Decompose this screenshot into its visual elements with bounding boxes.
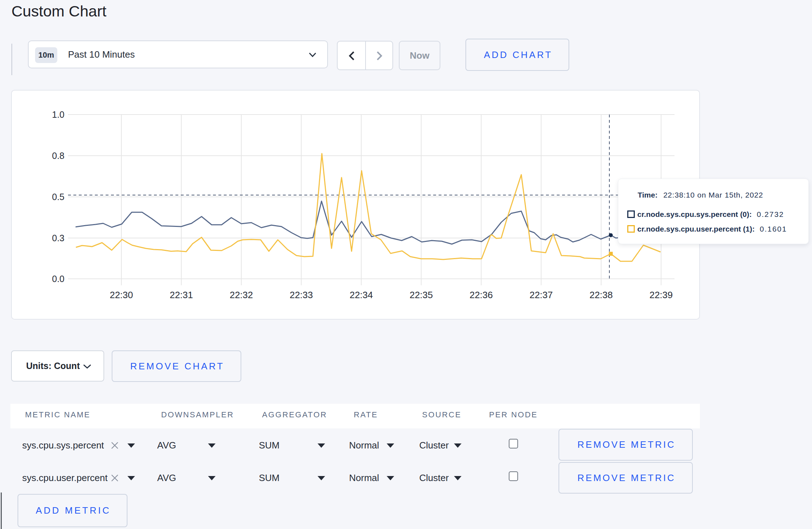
svg-text:0.0: 0.0	[52, 274, 64, 284]
svg-text:22:39: 22:39	[649, 290, 673, 300]
svg-text:0.5: 0.5	[52, 192, 64, 202]
svg-text:22:33: 22:33	[290, 290, 313, 300]
svg-text:0.8: 0.8	[52, 151, 64, 161]
svg-text:22:32: 22:32	[229, 290, 253, 300]
svg-text:0.3: 0.3	[52, 233, 64, 243]
svg-text:22:36: 22:36	[469, 290, 493, 300]
svg-text:22:34: 22:34	[349, 290, 373, 300]
svg-text:22:35: 22:35	[410, 290, 433, 300]
svg-text:22:30: 22:30	[110, 290, 133, 300]
svg-text:22:38: 22:38	[589, 290, 613, 300]
svg-text:1.0: 1.0	[52, 110, 64, 120]
svg-text:22:37: 22:37	[530, 290, 553, 300]
svg-text:22:31: 22:31	[170, 290, 193, 300]
